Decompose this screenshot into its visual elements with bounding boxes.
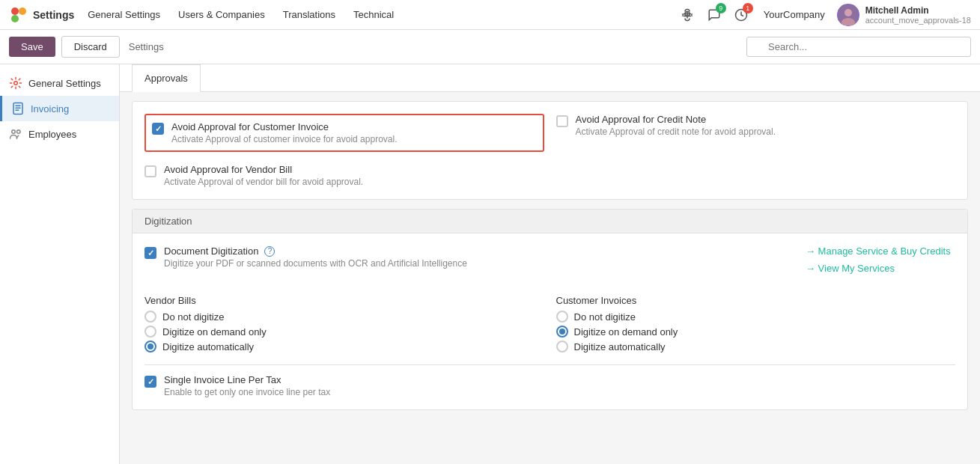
brand-logo[interactable]: Settings — [9, 5, 74, 25]
radio-vb-auto[interactable] — [144, 341, 156, 352]
approvals-grid: Avoid Approval for Customer Invoice Acti… — [144, 114, 955, 187]
main-layout: General Settings Invoicing Employees App… — [0, 64, 980, 464]
label-avoid-customer-invoice: Avoid Approval for Customer Invoice — [171, 121, 398, 132]
activity-badge: 1 — [743, 3, 753, 13]
sidebar-label-general: General Settings — [28, 78, 101, 89]
nav-technical[interactable]: Technical — [346, 3, 401, 26]
gear-icon — [9, 76, 22, 90]
tab-approvals[interactable]: Approvals — [132, 64, 201, 92]
label-avoid-credit-note: Avoid Approval for Credit Note — [576, 114, 776, 125]
svg-point-2 — [11, 15, 19, 22]
view-services-link[interactable]: → View My Services — [806, 263, 955, 274]
toolbar: Save Discard Settings 🔍 — [0, 30, 980, 64]
vendor-bills-option-none[interactable]: Do not digitize — [144, 311, 544, 323]
sidebar-item-employees[interactable]: Employees — [0, 121, 119, 147]
label-single-invoice: Single Invoice Line Per Tax — [164, 374, 330, 385]
desc-doc-digitization: Digitize your PDF or scanned documents w… — [164, 258, 798, 269]
svg-point-8 — [14, 82, 18, 85]
radio-ci-auto[interactable] — [556, 341, 568, 352]
svg-point-11 — [17, 130, 21, 134]
checkbox-avoid-vendor-bill[interactable] — [144, 165, 156, 177]
sidebar-item-invoicing[interactable]: Invoicing — [0, 96, 119, 121]
svg-point-10 — [12, 130, 16, 134]
user-name: Mitchell Admin — [865, 5, 971, 16]
customer-invoices-option-auto[interactable]: Digitize automatically — [556, 341, 956, 352]
chat-icon-btn[interactable]: 9 — [704, 4, 725, 25]
user-avatar[interactable] — [837, 4, 859, 26]
search-input[interactable] — [746, 37, 971, 57]
label-avoid-vendor-bill: Avoid Approval for Vendor Bill — [164, 164, 363, 175]
desc-single-invoice: Enable to get only one invoice line per … — [164, 387, 330, 397]
label-ci-demand: Digitize on demand only — [574, 326, 678, 338]
chat-badge: 9 — [716, 3, 726, 13]
customer-invoices-option-none[interactable]: Do not digitize — [556, 311, 956, 323]
people-icon — [9, 127, 22, 141]
checkbox-doc-digitization[interactable] — [144, 247, 156, 259]
approvals-body: Avoid Approval for Customer Invoice Acti… — [133, 102, 967, 199]
nav-translations[interactable]: Translations — [276, 3, 343, 26]
label-doc-digitization: Document Digitization — [164, 245, 258, 257]
customer-invoices-option-demand[interactable]: Digitize on demand only — [556, 326, 956, 338]
vendor-bills-option-demand[interactable]: Digitize on demand only — [144, 326, 544, 338]
vendor-bills-option-auto[interactable]: Digitize automatically — [144, 341, 544, 352]
checkbox-avoid-customer-invoice[interactable] — [152, 123, 164, 135]
vendor-bills-group: Vendor Bills Do not digitize Digitize on… — [144, 295, 544, 355]
setting-avoid-customer-invoice: Avoid Approval for Customer Invoice Acti… — [144, 114, 544, 152]
radio-ci-none[interactable] — [556, 311, 568, 323]
setting-avoid-vendor-bill: Avoid Approval for Vendor Bill Activate … — [144, 164, 544, 187]
user-info[interactable]: Mitchell Admin account_move_approvals-18 — [865, 5, 971, 25]
svg-point-1 — [19, 7, 26, 15]
toolbar-title: Settings — [129, 41, 164, 52]
desc-avoid-vendor-bill: Activate Approval of vendor bill for avo… — [164, 177, 363, 187]
sidebar-label-invoicing: Invoicing — [31, 103, 69, 115]
radio-groups: Vendor Bills Do not digitize Digitize on… — [144, 289, 955, 355]
manage-service-link[interactable]: → Manage Service & Buy Credits — [806, 245, 955, 257]
digitization-body: Document Digitization ? Digitize your PD… — [133, 233, 967, 409]
customer-invoices-label: Customer Invoices — [556, 295, 956, 306]
nav-users-companies[interactable]: Users & Companies — [171, 3, 273, 26]
vendor-bills-label: Vendor Bills — [144, 295, 544, 306]
company-name: YourCompany — [764, 9, 825, 20]
digitization-section: Digitization Document Digitization ? Dig… — [132, 209, 968, 410]
single-invoice-row: Single Invoice Line Per Tax Enable to ge… — [144, 374, 955, 397]
checkbox-single-invoice[interactable] — [144, 376, 156, 388]
activity-icon-btn[interactable]: 1 — [731, 4, 752, 25]
label-ci-auto: Digitize automatically — [574, 341, 666, 352]
label-vb-none: Do not digitize — [162, 311, 224, 323]
invoice-icon — [11, 102, 25, 115]
bug-icon-btn[interactable] — [677, 4, 698, 25]
digitization-header: Digitization — [133, 210, 967, 233]
odoo-logo-icon — [9, 5, 28, 25]
brand-label: Settings — [33, 9, 74, 21]
info-icon-doc-digitization[interactable]: ? — [264, 246, 275, 257]
avatar-image — [838, 4, 859, 25]
search-wrap: 🔍 — [746, 37, 971, 57]
tabs-bar: Approvals — [120, 64, 980, 92]
discard-button[interactable]: Discard — [61, 36, 120, 58]
customer-invoices-group: Customer Invoices Do not digitize Digiti… — [556, 295, 956, 355]
setting-avoid-credit-note: Avoid Approval for Credit Note Activate … — [556, 114, 956, 152]
doc-digitization-text: Document Digitization ? Digitize your PD… — [164, 245, 798, 269]
bug-icon — [681, 8, 694, 22]
sidebar-item-general-settings[interactable]: General Settings — [0, 70, 119, 96]
user-tag: account_move_approvals-18 — [865, 16, 971, 25]
top-nav: Settings General Settings Users & Compan… — [0, 0, 980, 30]
svg-point-0 — [11, 7, 19, 15]
approvals-section: Avoid Approval for Customer Invoice Acti… — [132, 101, 968, 200]
desc-avoid-credit-note: Activate Approval of credit note for avo… — [576, 126, 776, 137]
content-area: Approvals Avoid Approval for Customer In… — [120, 64, 980, 464]
doc-digitization-row: Document Digitization ? Digitize your PD… — [144, 245, 955, 277]
sidebar: General Settings Invoicing Employees — [0, 64, 120, 464]
label-ci-none: Do not digitize — [574, 311, 636, 323]
label-vb-auto: Digitize automatically — [162, 341, 254, 352]
save-button[interactable]: Save — [9, 37, 55, 57]
single-invoice-text: Single Invoice Line Per Tax Enable to ge… — [164, 374, 330, 397]
checkbox-avoid-credit-note[interactable] — [556, 115, 568, 127]
label-vb-demand: Digitize on demand only — [162, 326, 267, 338]
digitization-links: → Manage Service & Buy Credits → View My… — [806, 245, 955, 277]
radio-vb-demand[interactable] — [144, 326, 156, 338]
sidebar-label-employees: Employees — [28, 129, 76, 140]
radio-ci-demand[interactable] — [556, 326, 568, 338]
nav-general-settings[interactable]: General Settings — [80, 3, 168, 26]
radio-vb-none[interactable] — [144, 311, 156, 323]
